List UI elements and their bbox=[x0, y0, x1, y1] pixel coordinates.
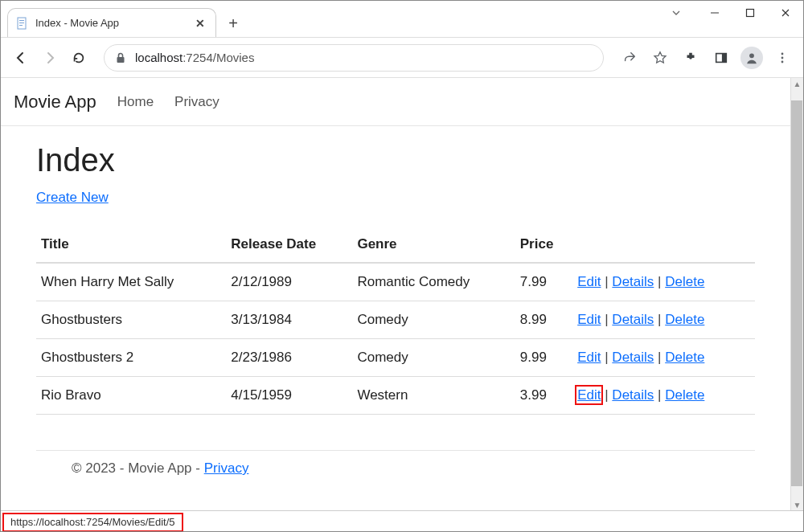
action-separator: | bbox=[654, 350, 665, 365]
action-separator: | bbox=[601, 387, 612, 403]
action-separator: | bbox=[601, 274, 612, 289]
cell-title: When Harry Met Sally bbox=[36, 263, 226, 301]
footer: © 2023 - Movie App - Privacy bbox=[36, 450, 755, 477]
svg-rect-3 bbox=[19, 25, 23, 26]
scroll-up-icon[interactable]: ▲ bbox=[791, 78, 803, 89]
table-row: When Harry Met Sally2/12/1989Romantic Co… bbox=[36, 263, 755, 301]
footer-privacy-link[interactable]: Privacy bbox=[204, 460, 249, 476]
reload-button[interactable] bbox=[67, 46, 91, 70]
svg-point-11 bbox=[781, 56, 784, 59]
table-header-row: Title Release Date Genre Price bbox=[36, 230, 755, 263]
edit-link[interactable]: Edit bbox=[577, 350, 601, 365]
nav-privacy[interactable]: Privacy bbox=[174, 94, 219, 110]
delete-link[interactable]: Delete bbox=[665, 274, 704, 289]
nav-home[interactable]: Home bbox=[117, 94, 154, 110]
cell-title: Ghostbusters bbox=[36, 301, 226, 339]
th-price: Price bbox=[515, 230, 572, 263]
back-button[interactable] bbox=[9, 46, 33, 70]
address-host: localhost bbox=[135, 51, 183, 64]
cell-actions: Edit | Details | Delete bbox=[572, 301, 755, 339]
address-bar[interactable]: localhost:7254/Movies bbox=[104, 44, 604, 72]
brand-link[interactable]: Movie App bbox=[14, 92, 96, 113]
tab-close-icon[interactable]: ✕ bbox=[193, 16, 207, 31]
toolbar-right bbox=[617, 45, 795, 71]
maximize-icon[interactable] bbox=[732, 1, 768, 25]
details-link[interactable]: Details bbox=[612, 387, 654, 403]
menu-icon[interactable] bbox=[769, 45, 795, 71]
svg-rect-5 bbox=[747, 10, 754, 17]
movies-table: Title Release Date Genre Price When Harr… bbox=[36, 230, 755, 415]
page: Movie App Home Privacy Index Create New … bbox=[1, 78, 790, 510]
extensions-icon[interactable] bbox=[678, 45, 704, 71]
svg-point-9 bbox=[749, 53, 754, 58]
th-actions bbox=[572, 230, 755, 263]
tab-favicon-icon bbox=[16, 17, 29, 30]
th-release-date: Release Date bbox=[226, 230, 352, 263]
status-url: https://localhost:7254/Movies/Edit/5 bbox=[2, 513, 183, 532]
app-navbar: Movie App Home Privacy bbox=[1, 78, 790, 126]
cell-actions: Edit | Details | Delete bbox=[572, 377, 755, 415]
edit-link[interactable]: Edit bbox=[577, 312, 601, 327]
cell-genre: Comedy bbox=[352, 301, 515, 339]
scroll-down-icon[interactable]: ▼ bbox=[791, 499, 803, 510]
delete-link[interactable]: Delete bbox=[665, 350, 704, 365]
svg-rect-2 bbox=[19, 23, 24, 23]
cell-genre: Romantic Comedy bbox=[352, 263, 515, 301]
forward-button[interactable] bbox=[38, 46, 62, 70]
th-genre: Genre bbox=[352, 230, 515, 263]
action-separator: | bbox=[654, 312, 665, 327]
delete-link[interactable]: Delete bbox=[665, 387, 704, 403]
vertical-scrollbar[interactable]: ▲ ▼ bbox=[790, 78, 803, 510]
lock-icon bbox=[114, 51, 127, 64]
cell-genre: Western bbox=[352, 377, 515, 415]
minimize-icon[interactable] bbox=[697, 1, 732, 25]
cell-title: Ghostbusters 2 bbox=[36, 339, 226, 377]
close-icon[interactable] bbox=[768, 1, 803, 25]
edit-link[interactable]: Edit bbox=[577, 387, 601, 403]
cell-actions: Edit | Details | Delete bbox=[572, 339, 755, 377]
create-new-link[interactable]: Create New bbox=[36, 190, 109, 205]
table-row: Rio Bravo4/15/1959Western3.99Edit | Deta… bbox=[36, 377, 755, 415]
content: Index Create New Title Release Date Genr… bbox=[1, 126, 790, 485]
cell-actions: Edit | Details | Delete bbox=[572, 263, 755, 301]
cell-price: 9.99 bbox=[515, 339, 572, 377]
share-icon[interactable] bbox=[617, 45, 642, 71]
browser-tab[interactable]: Index - Movie App ✕ bbox=[7, 8, 216, 37]
scrollbar-thumb[interactable] bbox=[791, 100, 802, 486]
cell-title: Rio Bravo bbox=[36, 377, 226, 415]
cell-release_date: 4/15/1959 bbox=[226, 377, 352, 415]
status-bar: https://localhost:7254/Movies/Edit/5 bbox=[1, 510, 803, 532]
th-title: Title bbox=[36, 230, 226, 263]
action-separator: | bbox=[601, 312, 612, 327]
window-controls bbox=[660, 1, 803, 30]
address-text: localhost:7254/Movies bbox=[135, 51, 254, 64]
cell-price: 8.99 bbox=[515, 301, 572, 339]
viewport: Movie App Home Privacy Index Create New … bbox=[1, 78, 803, 510]
address-path: :7254/Movies bbox=[183, 51, 254, 64]
cell-release_date: 2/23/1986 bbox=[226, 339, 352, 377]
edit-link[interactable]: Edit bbox=[577, 274, 601, 289]
details-link[interactable]: Details bbox=[612, 312, 654, 327]
cell-genre: Comedy bbox=[352, 339, 515, 377]
svg-rect-1 bbox=[19, 20, 24, 21]
profile-avatar[interactable] bbox=[739, 45, 765, 71]
footer-text: © 2023 - Movie App - bbox=[72, 460, 204, 476]
delete-link[interactable]: Delete bbox=[665, 312, 704, 327]
details-link[interactable]: Details bbox=[612, 274, 654, 289]
cell-price: 3.99 bbox=[515, 377, 572, 415]
svg-point-10 bbox=[781, 52, 784, 55]
table-row: Ghostbusters3/13/1984Comedy8.99Edit | De… bbox=[36, 301, 755, 339]
page-title: Index bbox=[36, 142, 755, 178]
svg-rect-8 bbox=[722, 53, 726, 62]
cell-release_date: 2/12/1989 bbox=[226, 263, 352, 301]
details-link[interactable]: Details bbox=[612, 350, 654, 365]
cell-release_date: 3/13/1984 bbox=[226, 301, 352, 339]
action-separator: | bbox=[654, 274, 665, 289]
chevron-down-icon[interactable] bbox=[660, 1, 692, 25]
star-icon[interactable] bbox=[647, 45, 673, 71]
browser-titlebar: Index - Movie App ✕ + bbox=[1, 1, 803, 38]
tab-title: Index - Movie App bbox=[35, 17, 193, 29]
new-tab-button[interactable]: + bbox=[221, 11, 245, 35]
side-panel-icon[interactable] bbox=[708, 45, 734, 71]
svg-point-12 bbox=[781, 60, 784, 63]
